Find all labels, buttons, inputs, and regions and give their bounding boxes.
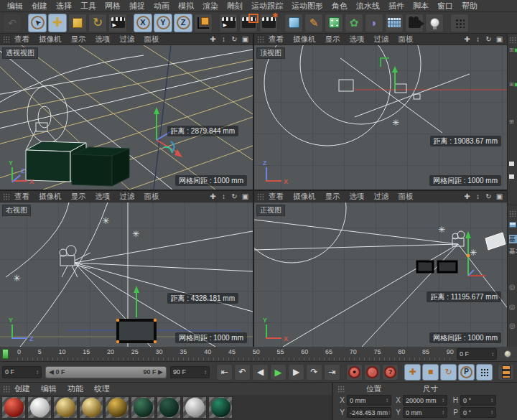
menu-item[interactable]: 动画	[149, 0, 174, 11]
record-parameter-toggle[interactable]: P	[458, 364, 475, 381]
keyframe-selection-button[interactable]	[498, 364, 514, 381]
viewport-menu-item[interactable]: 显示	[71, 34, 86, 45]
pan-view-icon[interactable]: ✚	[462, 34, 472, 45]
stepper-icon[interactable]: ↕	[36, 369, 39, 375]
menu-item[interactable]: 角色	[327, 0, 352, 11]
stepper-icon[interactable]: ↕	[490, 397, 493, 403]
autokeying-button[interactable]: ◌	[364, 364, 381, 381]
viewport-menu-item[interactable]: 摄像机	[39, 34, 62, 45]
select-tool-button[interactable]: ➤	[28, 14, 47, 32]
play-button[interactable]: ▶	[270, 364, 287, 381]
stepper-icon[interactable]: ↕	[204, 369, 207, 375]
material-menu-item[interactable]: 创建	[14, 383, 30, 394]
frame-range-slider[interactable]: ◀ 0 F 90 F ▶	[45, 366, 167, 378]
viewport-menu-item[interactable]: 摄像机	[39, 192, 62, 202]
material-gold[interactable]	[105, 396, 129, 419]
viewport-menu-item[interactable]: 选项	[96, 34, 111, 45]
stepper-icon[interactable]: ↕	[386, 397, 388, 403]
scale-tool-button[interactable]	[68, 14, 87, 32]
zoom-view-icon[interactable]: ↕	[219, 34, 228, 45]
coordinate-size-field[interactable]: 0 mm↕	[403, 407, 447, 418]
timeline-knob-icon[interactable]	[504, 350, 511, 358]
record-position-toggle[interactable]: ✚	[404, 364, 421, 381]
attribute-tab-basic[interactable]: 基本	[509, 235, 517, 243]
viewport-menu-item[interactable]: 摄像机	[293, 34, 316, 45]
deformer-button[interactable]: ◗	[365, 14, 383, 32]
viewport-menu-item[interactable]: 查看	[269, 34, 284, 45]
menu-item[interactable]: 运动图形	[287, 0, 327, 11]
previous-frame-button[interactable]: ◀	[252, 364, 269, 381]
panel-handle-icon[interactable]	[509, 210, 516, 217]
menu-item[interactable]: 创建	[27, 0, 52, 11]
panel-handle-icon[interactable]	[3, 386, 10, 393]
menu-item[interactable]: 模拟	[174, 0, 198, 11]
viewport-canvas-top[interactable]: ✳ 顶视图 距离 : 19083.67 mm 网格间距 : 1000 mm ZX	[254, 45, 507, 190]
toggle-view-icon[interactable]: ▣	[495, 34, 504, 45]
material-red[interactable]	[1, 396, 26, 419]
panel-handle-icon[interactable]	[509, 37, 516, 43]
coordinate-pos-field[interactable]: -248.453 mm↕	[347, 407, 391, 418]
menu-item[interactable]: 流水线	[352, 0, 384, 11]
pan-view-icon[interactable]: ✚	[208, 34, 218, 45]
material-dark-green[interactable]	[157, 396, 181, 419]
zoom-view-icon[interactable]: ↕	[473, 34, 483, 45]
radio-icon[interactable]: ◎	[509, 284, 516, 291]
stepper-icon[interactable]: ↕	[491, 351, 494, 358]
record-keyframe-button[interactable]: ●	[346, 364, 363, 381]
viewport-menu-item[interactable]: 过滤	[374, 192, 389, 202]
viewport-menu-item[interactable]: 过滤	[120, 34, 135, 45]
render-picture-viewer-button[interactable]	[239, 14, 258, 32]
menu-item[interactable]: 选择	[52, 0, 76, 11]
rotate-view-icon[interactable]: ↻	[484, 192, 493, 202]
menu-item[interactable]: 网格	[101, 0, 125, 11]
pan-view-icon[interactable]: ✚	[208, 192, 218, 202]
rotate-view-icon[interactable]: ↻	[484, 34, 493, 45]
layout-palette-button[interactable]	[450, 14, 469, 32]
panel-handle-icon[interactable]	[337, 386, 345, 393]
tree-expand-icon[interactable]: ⊞	[509, 118, 514, 126]
material-menu-item[interactable]: 编辑	[41, 383, 57, 394]
stepper-icon[interactable]: ↕	[442, 409, 444, 416]
menu-item[interactable]: 捕捉	[125, 0, 149, 11]
previous-key-button[interactable]: ↶	[234, 364, 251, 381]
viewport-menu-item[interactable]: 显示	[325, 34, 340, 45]
rotate-tool-button[interactable]: ↻	[88, 14, 107, 32]
viewport-canvas-right[interactable]: ✳ ✳ ✳ 右视图 距离 : 4328.181 mm 网格间距 : 1000 m…	[0, 202, 253, 347]
record-scale-toggle[interactable]: ■	[422, 364, 439, 381]
menu-item[interactable]: 编辑	[3, 0, 27, 11]
material-menu-item[interactable]: 功能	[67, 383, 83, 394]
menu-item[interactable]: 脚本	[409, 0, 433, 11]
menu-item[interactable]: 工具	[76, 0, 101, 11]
rotate-view-icon[interactable]: ↻	[230, 192, 239, 202]
coordinate-rot-field[interactable]: 0 °↕	[460, 395, 496, 406]
viewport-menu-item[interactable]: 选项	[96, 192, 111, 202]
menu-item[interactable]: 帮助	[457, 0, 482, 11]
timeline-ruler[interactable]: 051015202530354045505560657075808590 0 F…	[0, 347, 517, 362]
material-white[interactable]	[27, 396, 52, 419]
spline-pen-button[interactable]: ✎	[304, 14, 323, 32]
viewport-menu-item[interactable]: 查看	[269, 192, 284, 202]
viewport-menu-item[interactable]: 面板	[399, 192, 414, 202]
material-silver[interactable]	[182, 396, 207, 419]
radio-icon[interactable]: ◎	[509, 304, 516, 311]
last-used-tool-button[interactable]	[108, 14, 127, 32]
panel-handle-icon[interactable]	[257, 193, 264, 200]
stepper-icon[interactable]: ↕	[490, 409, 493, 416]
go-to-end-button[interactable]: ⇥	[324, 364, 340, 381]
rotate-view-icon[interactable]: ↻	[230, 34, 239, 45]
render-settings-button[interactable]	[259, 14, 278, 32]
viewport-menu-item[interactable]: 面板	[144, 34, 159, 45]
lock-x-axis-button[interactable]: X	[134, 14, 152, 32]
panel-handle-icon[interactable]	[3, 193, 10, 200]
viewport-menu-item[interactable]: 面板	[144, 192, 159, 202]
next-frame-button[interactable]: ▶	[288, 364, 304, 381]
subdivision-surface-button[interactable]	[325, 14, 343, 32]
menu-item[interactable]: 运动跟踪	[247, 0, 287, 11]
viewport-menu-item[interactable]: 过滤	[374, 34, 389, 45]
viewport-menu-item[interactable]: 显示	[325, 192, 340, 202]
toggle-view-icon[interactable]: ▣	[241, 192, 250, 202]
primitive-cube-button[interactable]	[284, 14, 303, 32]
move-tool-button[interactable]: ✚	[48, 14, 67, 32]
viewport-menu-item[interactable]: 过滤	[120, 192, 135, 202]
record-rotation-toggle[interactable]: ↻	[440, 364, 457, 381]
